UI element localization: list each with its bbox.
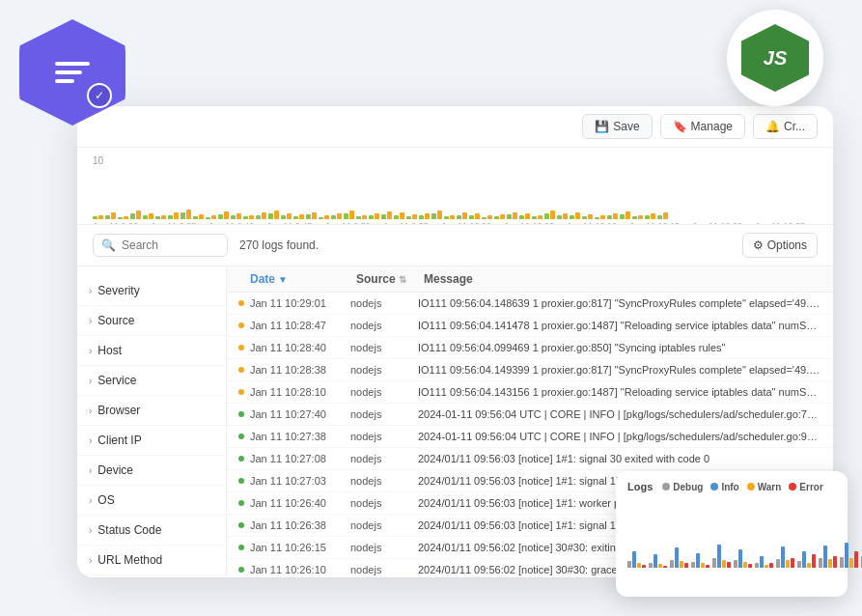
legend-item: Error <box>789 482 822 492</box>
top-controls: 🔍 270 logs found. ⚙ Options <box>77 225 833 266</box>
severity-dot <box>238 545 244 550</box>
manage-button[interactable]: 🔖 Manage <box>660 114 745 139</box>
chart-bar-group <box>256 212 266 219</box>
cell-source: nodejs <box>350 564 418 575</box>
chart-timestamp: Jan 11 10:00 am <box>441 221 504 225</box>
sidebar-filter-item[interactable]: ›Severity <box>77 276 226 306</box>
mini-bar-info <box>675 547 679 568</box>
table-row[interactable]: Jan 11 10:28:10 nodejs IO111 09:56:04.14… <box>227 381 833 404</box>
chart-bar-group <box>532 215 542 219</box>
table-row[interactable]: Jan 11 10:28:47 nodejs IO111 09:56:04.14… <box>227 315 833 337</box>
chart-timestamps: Jan 11 9:30 amJan 11 9:35 amJan 11 9:40 … <box>93 221 818 225</box>
mini-bar-warn <box>701 563 705 568</box>
table-row[interactable]: Jan 11 10:27:40 nodejs 2024-01-11 09:56:… <box>227 404 833 426</box>
chart-timestamp: Jan 11 9:30 am <box>93 221 151 225</box>
sidebar-filter-item[interactable]: ›Device <box>77 456 226 486</box>
chart-bar-yellow <box>475 213 480 219</box>
chart-bar-group <box>181 210 191 219</box>
chart-bar-green <box>582 216 587 219</box>
cell-source: nodejs <box>350 408 418 420</box>
chevron-right-icon: › <box>89 316 92 326</box>
sort-icon-source: ⇅ <box>399 274 406 285</box>
chart-bar-yellow <box>375 213 379 219</box>
chart-bar-group <box>193 214 204 219</box>
cell-date: Jan 11 10:27:03 <box>250 475 350 487</box>
sidebar-filter-item[interactable]: ›URL Method <box>77 546 226 575</box>
timeline-chart: 10 Jan 11 9:30 amJan 11 9:35 amJan 11 9:… <box>77 148 833 225</box>
col-header-date[interactable]: Date ▼ <box>250 272 356 286</box>
chart-bar-green <box>268 213 273 219</box>
cell-source: nodejs <box>350 342 418 353</box>
badge-line-3 <box>55 79 74 83</box>
sidebar-filter-item[interactable]: ›Client IP <box>77 426 226 456</box>
chart-bar-group <box>231 213 241 219</box>
search-input[interactable] <box>122 238 219 252</box>
sidebar-filter-item[interactable]: ›Source <box>77 306 226 336</box>
sidebar-filter-item[interactable]: ›Service <box>77 366 226 396</box>
chart-bar-group <box>482 215 492 219</box>
col-header-source[interactable]: Source ⇅ <box>356 272 424 286</box>
mini-bar-group <box>776 546 794 568</box>
chart-bar-group <box>406 214 417 219</box>
chevron-right-icon: › <box>89 406 92 416</box>
cell-source: nodejs <box>350 386 418 398</box>
mini-bar-error <box>769 563 773 568</box>
chart-bar-green <box>206 217 210 219</box>
chart-bar-yellow <box>337 213 342 219</box>
mini-bar-info <box>802 551 806 568</box>
mini-bar-debug <box>734 560 737 568</box>
sidebar-filter-item[interactable]: ›Host <box>77 336 226 366</box>
chart-bar-yellow <box>575 212 580 219</box>
chart-bar-group <box>444 215 455 219</box>
chart-bar-group <box>507 212 517 219</box>
severity-dot <box>238 345 244 350</box>
cell-date: Jan 11 10:26:10 <box>250 564 350 575</box>
mini-bar-info <box>653 554 657 568</box>
chart-bar-yellow <box>274 210 279 219</box>
cell-source: nodejs <box>350 519 418 531</box>
chart-bar-yellow <box>324 215 329 219</box>
chart-bar-group <box>557 213 568 219</box>
mini-bar-info <box>696 553 700 568</box>
severity-dot <box>238 389 244 395</box>
sidebar-filter-item[interactable]: ›OS <box>77 486 226 516</box>
nodejs-hexagon: JS <box>741 24 809 92</box>
table-row[interactable]: Jan 11 10:28:38 nodejs IO111 09:56:04.14… <box>227 359 833 381</box>
chart-bar-yellow <box>299 214 304 219</box>
create-button[interactable]: 🔔 Cr... <box>753 114 818 139</box>
chart-bar-group <box>632 215 643 219</box>
table-row[interactable]: Jan 11 10:29:01 nodejs IO111 09:56:04.14… <box>227 293 833 315</box>
chart-bar-green <box>657 215 662 219</box>
mini-bar-info <box>781 546 785 568</box>
chart-timestamp: Jan 11 10:25 am <box>755 221 818 225</box>
chart-timestamp: Jan 11 9:55 am <box>383 221 441 225</box>
save-button[interactable]: 💾 Save <box>582 114 652 139</box>
chart-timestamp: Jan 11 10:15 am <box>629 221 692 225</box>
chart-bar-green <box>256 215 261 219</box>
cell-date: Jan 11 10:26:38 <box>250 519 350 531</box>
mini-bar-info <box>823 546 827 568</box>
chart-bar-group <box>268 210 279 219</box>
chart-bar-green <box>155 216 160 219</box>
sidebar-filter-item[interactable]: ›URL Path <box>77 575 226 577</box>
mini-bar-debug <box>627 561 631 568</box>
chart-bar-yellow <box>161 215 166 219</box>
table-row[interactable]: Jan 11 10:27:08 nodejs 2024/01/11 09:56:… <box>227 448 833 470</box>
filter-label: Client IP <box>97 434 141 447</box>
chart-bar-group <box>306 212 317 219</box>
legend-dot <box>710 483 718 490</box>
chart-bar-yellow <box>437 210 442 219</box>
sidebar-filter-item[interactable]: ›Status Code <box>77 516 226 546</box>
mini-bar-group <box>797 551 816 568</box>
filter-label: Device <box>97 463 133 477</box>
table-row[interactable]: Jan 11 10:27:38 nodejs 2024-01-11 09:56:… <box>227 426 833 448</box>
sidebar-filter-item[interactable]: ›Browser <box>77 396 226 426</box>
chart-bar-group <box>620 211 630 219</box>
chart-bar-group <box>243 215 254 219</box>
chart-bar-green <box>394 215 399 219</box>
options-button[interactable]: ⚙ Options <box>742 233 818 258</box>
chart-bar-green <box>168 215 173 219</box>
table-row[interactable]: Jan 11 10:28:40 nodejs IO111 09:56:04.09… <box>227 337 833 359</box>
mini-bar-warn <box>849 558 853 568</box>
chart-bar-yellow <box>236 213 241 219</box>
